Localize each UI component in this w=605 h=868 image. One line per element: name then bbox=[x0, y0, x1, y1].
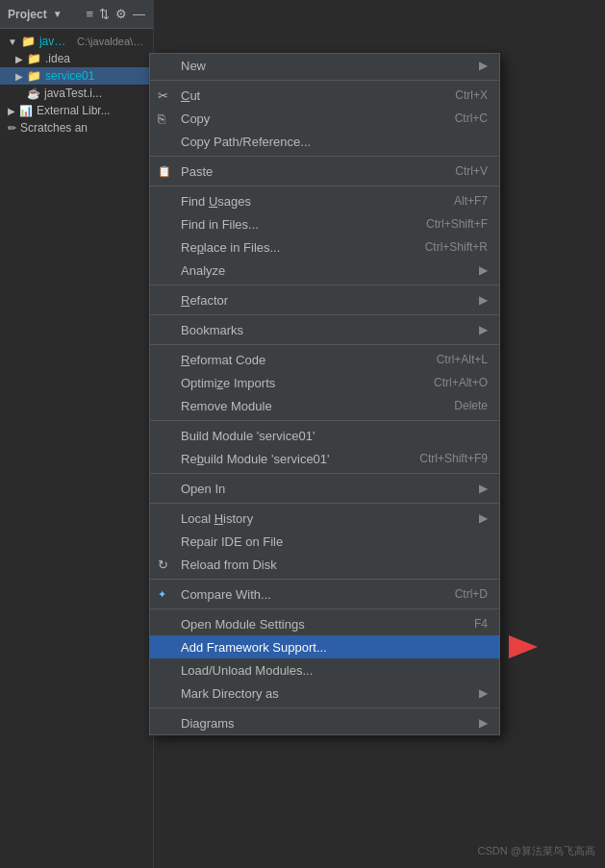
panel-title: Project bbox=[8, 8, 47, 21]
compare-icon: ✦ bbox=[158, 588, 166, 601]
menu-item-open-module-settings[interactable]: Open Module Settings F4 bbox=[150, 612, 499, 635]
panel-icon-settings[interactable]: ⚙ bbox=[115, 7, 127, 21]
panel-icon-layout[interactable]: ≡ bbox=[86, 7, 93, 21]
tree-item-javatest-root[interactable]: ▼ 📁 javaTest C:\javaldea\javaTest bbox=[0, 33, 153, 50]
submenu-arrow-bookmarks: ▶ bbox=[479, 323, 488, 336]
menu-item-optimize-imports[interactable]: Optimize Imports Ctrl+Alt+O bbox=[150, 371, 499, 394]
shortcut-cut: Ctrl+X bbox=[426, 88, 488, 102]
menu-label-reformat-code: Reformat Code bbox=[181, 353, 408, 367]
menu-label-mark-directory: Mark Directory as bbox=[181, 686, 479, 701]
menu-label-add-framework-support: Add Framework Support... bbox=[181, 640, 488, 655]
menu-item-refactor[interactable]: Refactor ▶ bbox=[150, 288, 499, 311]
menu-item-paste[interactable]: 📋 Paste Ctrl+V bbox=[150, 160, 499, 183]
submenu-arrow-analyze: ▶ bbox=[479, 263, 488, 277]
separator-12 bbox=[150, 707, 499, 708]
menu-label-new: New bbox=[181, 59, 479, 73]
shortcut-optimize-imports: Ctrl+Alt+O bbox=[405, 376, 488, 389]
menu-item-add-framework-support[interactable]: Add Framework Support... bbox=[150, 635, 499, 658]
menu-item-mark-directory[interactable]: Mark Directory as ▶ bbox=[150, 682, 499, 705]
separator-7 bbox=[150, 420, 499, 421]
separator-11 bbox=[150, 608, 499, 609]
arrow-indicator bbox=[509, 635, 538, 658]
separator-2 bbox=[150, 156, 499, 157]
menu-item-remove-module[interactable]: Remove Module Delete bbox=[150, 394, 499, 417]
tree-item-idea[interactable]: ▶ 📁 .idea bbox=[0, 50, 153, 67]
menu-item-bookmarks[interactable]: Bookmarks ▶ bbox=[150, 318, 499, 341]
menu-item-copy[interactable]: ⎘ Copy Ctrl+C bbox=[150, 107, 499, 130]
submenu-arrow-new: ▶ bbox=[479, 59, 488, 72]
copy-icon: ⎘ bbox=[158, 112, 165, 126]
separator-4 bbox=[150, 285, 499, 285]
menu-label-paste: Paste bbox=[181, 164, 426, 179]
watermark: CSDN @算法菜鸟飞高高 bbox=[478, 844, 595, 858]
menu-item-find-in-files[interactable]: Find in Files... Ctrl+Shift+F bbox=[150, 212, 499, 236]
menu-label-build-module: Build Module 'service01' bbox=[181, 429, 488, 443]
tree-item-external-libs[interactable]: ▶ 📊 External Libr... bbox=[0, 102, 153, 119]
menu-item-repair-ide[interactable]: Repair IDE on File bbox=[150, 530, 499, 553]
menu-label-repair-ide: Repair IDE on File bbox=[181, 534, 488, 549]
menu-item-reformat-code[interactable]: Reformat Code Ctrl+Alt+L bbox=[150, 348, 499, 371]
menu-item-replace-in-files[interactable]: Replace in Files... Ctrl+Shift+R bbox=[150, 236, 499, 259]
menu-item-rebuild-module[interactable]: Rebuild Module 'service01' Ctrl+Shift+F9 bbox=[150, 447, 499, 470]
paste-icon: 📋 bbox=[158, 165, 171, 178]
menu-item-reload-disk[interactable]: ↻ Reload from Disk bbox=[150, 553, 499, 576]
tree-label-javatest: javaTest bbox=[39, 35, 70, 48]
submenu-arrow-local-history: ▶ bbox=[479, 511, 488, 525]
menu-label-replace-in-files: Replace in Files... bbox=[181, 240, 396, 255]
tree-label-external-libs: External Libr... bbox=[37, 104, 111, 117]
menu-label-optimize-imports: Optimize Imports bbox=[181, 376, 405, 390]
panel-header-icons: ≡ ⇅ ⚙ — bbox=[86, 7, 145, 21]
menu-label-diagrams: Diagrams bbox=[181, 716, 479, 731]
tree-item-scratches[interactable]: ✏ Scratches an bbox=[0, 119, 153, 136]
shortcut-paste: Ctrl+V bbox=[426, 164, 488, 178]
tree-label-service01: service01 bbox=[45, 69, 94, 83]
menu-item-local-history[interactable]: Local History ▶ bbox=[150, 507, 499, 530]
menu-item-find-usages[interactable]: Find Usages Alt+F7 bbox=[150, 189, 499, 212]
shortcut-copy: Ctrl+C bbox=[426, 112, 488, 125]
folder-icon-idea: 📁 bbox=[27, 52, 41, 65]
panel-dropdown-arrow[interactable]: ▼ bbox=[53, 9, 63, 19]
menu-label-refactor: Refactor bbox=[181, 293, 479, 308]
menu-label-open-module-settings: Open Module Settings bbox=[181, 617, 445, 632]
menu-label-copy-path: Copy Path/Reference... bbox=[181, 135, 488, 149]
separator-5 bbox=[150, 314, 499, 315]
submenu-arrow-open-in: ▶ bbox=[479, 482, 488, 495]
folder-icon-root: 📁 bbox=[21, 35, 36, 48]
menu-item-new[interactable]: New ▶ bbox=[150, 54, 499, 77]
submenu-arrow-mark-directory: ▶ bbox=[479, 686, 488, 700]
menu-item-compare-with[interactable]: ✦ Compare With... Ctrl+D bbox=[150, 583, 499, 606]
menu-label-compare-with: Compare With... bbox=[181, 587, 426, 602]
external-libs-icon: 📊 bbox=[19, 105, 33, 117]
shortcut-reformat-code: Ctrl+Alt+L bbox=[408, 353, 488, 366]
menu-item-analyze[interactable]: Analyze ▶ bbox=[150, 259, 499, 282]
menu-item-build-module[interactable]: Build Module 'service01' bbox=[150, 424, 499, 447]
project-panel: Project ▼ ≡ ⇅ ⚙ — ▼ 📁 javaTest C:\javald… bbox=[0, 0, 154, 868]
cut-icon: ✂ bbox=[158, 88, 168, 103]
panel-icon-sort[interactable]: ⇅ bbox=[99, 7, 110, 21]
project-tree: ▼ 📁 javaTest C:\javaldea\javaTest ▶ 📁 .i… bbox=[0, 29, 153, 140]
menu-item-cut[interactable]: ✂ Cut Ctrl+X bbox=[150, 84, 499, 107]
reload-icon: ↻ bbox=[158, 558, 168, 572]
menu-item-open-in[interactable]: Open In ▶ bbox=[150, 477, 499, 500]
tree-item-service01[interactable]: ▶ 📁 service01 bbox=[0, 67, 153, 85]
menu-label-bookmarks: Bookmarks bbox=[181, 323, 479, 337]
tree-label-idea: .idea bbox=[45, 52, 70, 65]
folder-icon-service01: 📁 bbox=[27, 69, 41, 83]
menu-label-reload-disk: Reload from Disk bbox=[181, 558, 488, 572]
shortcut-remove-module: Delete bbox=[425, 399, 488, 412]
shortcut-find-in-files: Ctrl+Shift+F bbox=[397, 217, 488, 231]
menu-item-load-unload-modules[interactable]: Load/Unload Modules... bbox=[150, 658, 499, 682]
shortcut-open-module-settings: F4 bbox=[445, 617, 488, 631]
menu-label-copy: Copy bbox=[181, 112, 426, 126]
scratches-icon: ✏ bbox=[8, 122, 16, 135]
panel-icon-minimize[interactable]: — bbox=[133, 7, 145, 21]
menu-label-cut: Cut bbox=[181, 88, 426, 103]
submenu-arrow-diagrams: ▶ bbox=[479, 716, 488, 730]
menu-label-open-in: Open In bbox=[181, 482, 479, 496]
tree-item-javatest-java[interactable]: ☕ javaTest.i... bbox=[0, 85, 153, 102]
menu-label-find-in-files: Find in Files... bbox=[181, 217, 397, 232]
menu-item-copy-path[interactable]: Copy Path/Reference... bbox=[150, 130, 499, 153]
expand-arrow-idea: ▶ bbox=[15, 54, 23, 64]
menu-item-diagrams[interactable]: Diagrams ▶ bbox=[150, 711, 499, 734]
separator-10 bbox=[150, 579, 499, 580]
